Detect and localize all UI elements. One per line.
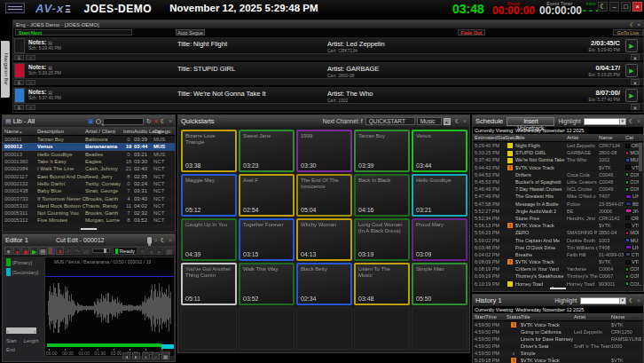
column-artist[interactable]: Artist [567,135,599,140]
insert-voicetrack-button[interactable]: Insert Voicetrack [507,117,554,126]
filter-icon[interactable]: ▣ [88,118,94,125]
schedule-row[interactable]: 6:08:19 PM-Critters in Your YardYardwise… [473,265,643,272]
column-name[interactable]: Name [611,314,641,320]
library-row[interactable]: 00005310Hard Rock Bottom Of YTravis, Ran… [3,202,175,209]
quickstart-button[interactable]: Long Cool Woman (In A Black Dress)03:19 [354,218,410,261]
quickstart-button[interactable]: 199903:30 [296,130,352,172]
schedule-row[interactable]: 5:29:40 PMNight FlightLed ZeppelinCRK713… [473,142,643,149]
column-category[interactable]: Catego [153,129,169,134]
library-row[interactable]: 00005311Not Counting YouBrooks, Garth702… [3,209,175,217]
play-button[interactable]: ▶ [625,89,638,102]
quickstart-button[interactable]: Hello Goodbye03:21 [412,174,467,217]
primary-track-chip[interactable]: [Primary] [6,258,44,266]
microphone-icon[interactable] [147,237,152,244]
segue-icon[interactable]: & [14,55,24,60]
column-artist[interactable]: Artist [574,314,611,320]
schedule-row[interactable]: 6:03:48 PM-Five O'Clock DriveTim William… [473,244,643,251]
close-icon[interactable]: × [463,118,467,124]
rail-scrollbar[interactable]: ‹› [6,327,36,334]
quickstart-empty-slot[interactable] [239,307,295,350]
segue-icon[interactable]: & [14,80,24,85]
library-row[interactable]: 000011Tarzan BoyBaltimora003:39MUS [3,136,175,143]
history-row[interactable]: 4:59:50 PM-Going to CaliforniaLed Zeppel… [473,328,643,335]
schedule-row[interactable]: 5:52:27 PMJingle AudioVault 2BEJ0006JIN [473,208,643,215]
splitter-handle[interactable] [81,228,97,230]
column-estimated-start[interactable]: EstimatedSta [475,135,505,140]
column-status[interactable]: Status [507,314,521,320]
goto-live-button[interactable]: GoTo Live [613,29,643,36]
history-row[interactable]: 4:59:50 PM-Driver's SeatSniff 'n' The Te… [473,343,643,350]
refresh-icon[interactable]: ↻ [146,118,152,125]
delete-button[interactable]: × [56,247,64,255]
record-button[interactable]: ● [13,247,21,255]
quickstart-button[interactable]: Maggie May05:12 [181,174,237,217]
column-title[interactable]: Title [521,314,574,320]
schedule-row[interactable]: 5:52:34 PMStone FreeHendrix, JimiCRK1142… [473,215,643,222]
splitter-handle[interactable] [550,288,566,289]
waveform-canvas[interactable] [45,257,174,356]
quickstart-button[interactable]: Walk This Way03:52 [239,263,295,305]
delete-icon[interactable]: × [631,79,640,85]
night-mode-icon[interactable]: ☾ [598,2,608,12]
play-button[interactable]: ▶ [30,247,38,255]
library-row[interactable]: 00002117East Bound And DownReed, Jerry80… [3,172,175,179]
schedule-row[interactable]: 5:44:43 PM!$VTK Voice Track$VTKVTK [473,164,643,171]
app-icon[interactable] [5,3,25,13]
history-row[interactable]: 4:59:50 PM!$VTK Voice Track$VTK [473,321,643,328]
record-append-button[interactable]: ◉ [21,247,29,255]
history-row[interactable]: 4:59:50 PMxSimple [473,350,643,357]
edit-marks-icon[interactable] [48,247,56,255]
search-icon[interactable] [96,119,101,124]
library-row[interactable]: 00003733If Tomorrow Never ComBrooks, Gar… [3,194,175,201]
quickstart-button[interactable]: Proud Mary03:09 [412,218,467,261]
column-title[interactable]: Title [515,135,567,140]
forward-icon[interactable]: ▸ [132,352,140,359]
quickstart-empty-slot[interactable] [181,307,237,350]
library-row[interactable]: 00002132Hello Darlin'Twitty, Conway002:2… [3,180,175,187]
night-mode-icon[interactable]: ☾ [455,118,460,125]
delete-icon[interactable]: × [631,104,640,110]
schedule-row[interactable]: 5:45:53 PMBucket's of SpaghettiLittle Ce… [473,178,643,185]
quickstart-button[interactable]: Sweet Jane03:23 [239,130,295,172]
schedule-row[interactable]: 5:56:23 PMZEROSMASHING P2850-04MOD [473,229,643,236]
playlist-row[interactable]: Notes:▤Sch: 5:33:25 PMTitle: STUPID GIRL… [13,61,643,79]
library-search-input[interactable] [103,118,144,125]
schedule-row[interactable]: 5:37:40 PMWe're Not Gonna TakeThe Who100… [473,156,643,163]
prev-icon[interactable]: ◂ [147,247,155,255]
page-button[interactable]: ▴ [444,118,451,125]
quickstart-empty-slot[interactable] [296,307,352,350]
column-artist[interactable]: Artist / Client [85,129,123,134]
play-button[interactable]: ▶ [625,64,638,77]
category-select[interactable]: Music [417,117,442,125]
library-row[interactable]: 00002084I Walk The LineCash, Johnny2102:… [3,165,175,172]
quickstart-button[interactable]: Back In Black04:16 [354,174,410,217]
history-row[interactable]: 5:29:18 PM!$VTK Voice Track$VTK [473,357,643,363]
volume-slider[interactable] [92,249,109,253]
navigation-bar-tab[interactable]: Navigation Bar [1,41,10,98]
library-row[interactable]: 00005312Five MinutesMorgan, Lorrie803:52… [3,217,175,224]
quickstart-button[interactable]: Listen To The Music03:48 [354,263,410,305]
clear-icon[interactable]: × [154,118,158,124]
column-intro[interactable]: Intro [123,129,134,134]
rewind-icon[interactable]: ◂ [122,352,130,359]
quickstart-button[interactable]: Witchy Woman04:13 [296,218,352,261]
night-mode-icon[interactable]: ☾ [161,237,166,244]
schedule-row[interactable]: 5:33:25 PMSTUPID GIRLGARBAGE2800-08MOD [473,149,643,156]
quickstart-button[interactable]: Caught Up In You04:39 [181,218,237,261]
undo-icon[interactable]: ↶ [65,247,73,255]
column-start-time[interactable]: StartTime [475,314,507,320]
zoom-out-icon[interactable]: – [152,352,160,359]
auto-segue-button[interactable]: Auto Segue [176,29,205,36]
quickstart-button[interactable]: Black Betty02:34 [296,263,352,305]
schedule-row[interactable]: 6:10:19 PMHorney ToadHorney Toad993001CO… [473,280,643,288]
quickstart-button[interactable]: The End Of The Innocence05:04 [296,174,352,217]
schedule-row[interactable]: 5:56:13 PM!$VTK Voice Track$VTKVTK [473,222,643,229]
playlist-row[interactable]: Notes:▤Sch: 5:29:40 PMTitle: Night Fligh… [13,36,643,54]
audition-icon[interactable]: ∩ [26,105,35,110]
schedule-row[interactable]: 6:04:02 PM-BreatheFaith Hill01-4099-03CT… [473,251,643,258]
restore-button[interactable]: □ [621,2,631,12]
speaker-icon[interactable]: ▦ [161,352,169,359]
library-row[interactable]: 000013Hello GoodbyeBeatles003:21MUS [3,151,175,158]
minimize-button[interactable]: – [609,2,619,12]
open-folder-icon[interactable]: ▤ [39,247,47,255]
